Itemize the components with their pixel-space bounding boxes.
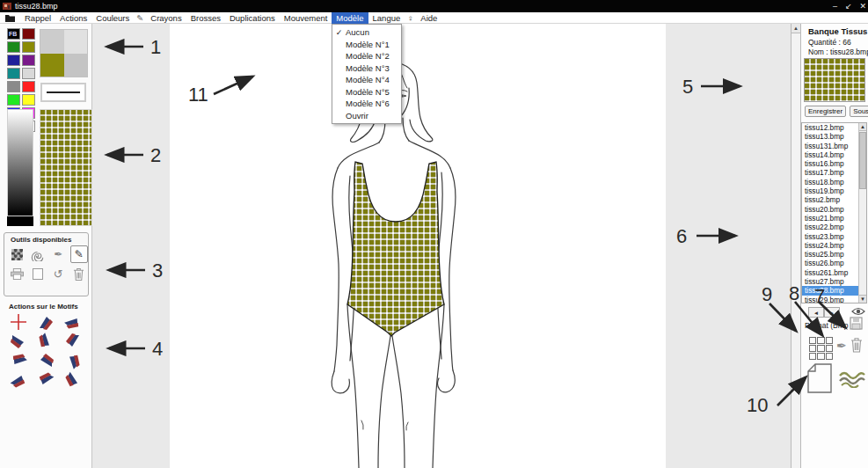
fabric-file-item[interactable]: tissu27.bmp <box>802 277 858 286</box>
motif-thumb[interactable] <box>4 370 32 390</box>
dropdown-menu-item[interactable]: Modèle N°1 <box>332 39 401 51</box>
undo-rotate-tool[interactable]: ↺ <box>49 265 68 282</box>
dropdown-menu-item[interactable]: Modèle N°3 <box>332 62 401 75</box>
motif-thumb[interactable] <box>59 312 86 332</box>
menu-item[interactable]: Actions <box>55 12 91 24</box>
fabric-file-item[interactable]: tissu22.bmp <box>802 223 858 231</box>
list-scroll-up[interactable]: ▲ <box>859 123 866 131</box>
menu-item[interactable]: Langue <box>368 12 405 24</box>
fabric-spinner: ◄ ► <box>808 307 840 318</box>
fabric-file-item[interactable]: tissu28.bmp <box>802 286 858 295</box>
motif-thumb[interactable] <box>59 332 86 351</box>
fabric-file-item[interactable]: tissu21.bmp <box>802 214 858 223</box>
color-swatch[interactable] <box>7 55 20 66</box>
dropdown-menu-item[interactable]: Modèle N°5 <box>332 86 401 99</box>
menu-item[interactable]: Mouvement <box>280 12 332 24</box>
motif-thumb[interactable] <box>59 370 86 390</box>
drawing-page[interactable] <box>170 24 666 468</box>
pen-tool[interactable]: ✒ <box>49 245 68 263</box>
save-disk-icon[interactable] <box>850 317 863 330</box>
next-fabric-button[interactable]: ► <box>824 307 840 318</box>
fabric-file-item[interactable]: tissu261.bmp <box>802 268 858 277</box>
previous-fabric-button[interactable]: ◄ <box>808 307 824 318</box>
color-swatch[interactable] <box>22 81 35 92</box>
list-scroll-down[interactable]: ▼ <box>859 295 866 303</box>
dropdown-menu-item[interactable]: Ouvrir <box>332 110 401 122</box>
dropdown-menu-item[interactable]: Modèle N°4 <box>332 74 401 86</box>
delete-tool[interactable] <box>70 265 89 282</box>
color-swatch[interactable] <box>7 68 20 79</box>
save-button[interactable]: Enregistrer <box>805 106 846 117</box>
motif-thumb[interactable] <box>32 312 59 332</box>
canvas-scrollbar[interactable]: ▲ <box>791 24 801 468</box>
fabric-file-item[interactable]: tissu16.bmp <box>802 159 858 168</box>
motif-thumb[interactable] <box>32 351 59 370</box>
menu-item[interactable]: Crayons <box>146 12 186 24</box>
fabric-file-item[interactable]: tissu20.bmp <box>802 205 858 214</box>
spiral-tool[interactable] <box>29 245 47 263</box>
color-swatch[interactable] <box>22 41 35 53</box>
pattern-grid-button[interactable] <box>809 337 833 360</box>
fabric-file-item[interactable]: tissu19.bmp <box>802 186 858 195</box>
fabric-file-item[interactable]: tissu25.bmp <box>802 250 858 259</box>
menu-item[interactable]: ♀ <box>405 12 416 24</box>
fabric-file-item[interactable]: tissu14.bmp <box>802 150 858 159</box>
dropdown-menu-item[interactable]: ✓ Aucun <box>332 26 401 39</box>
new-page-icon[interactable] <box>807 363 832 393</box>
fabric-file-item[interactable]: tissu26.bmp <box>802 259 858 267</box>
motif-thumb[interactable] <box>59 351 86 370</box>
pencil-icon: ✎ <box>75 248 84 260</box>
black-swatch[interactable] <box>7 216 33 226</box>
line-width-preview[interactable] <box>40 83 86 102</box>
menu-item[interactable]: ✎ <box>134 12 146 24</box>
fabric-file-item[interactable]: tissu131.bmp <box>802 142 858 150</box>
grayscale-gradient-bar[interactable] <box>7 109 33 216</box>
eye-icon[interactable] <box>851 306 865 317</box>
panel-pen-icon[interactable]: ✒ <box>836 339 847 353</box>
scroll-up-button[interactable]: ▲ <box>791 24 800 33</box>
color-swatch[interactable] <box>22 94 35 106</box>
fabric-file-item[interactable]: tissu23.bmp <box>802 232 858 241</box>
color-swatch[interactable] <box>22 68 35 79</box>
pattern-grid-tool[interactable] <box>8 245 26 263</box>
fabric-file-item[interactable]: tissu13.bmp <box>802 132 858 141</box>
menu-item[interactable]: Aide <box>416 12 441 24</box>
dropdown-menu-item[interactable]: Modèle N°2 <box>332 50 401 62</box>
fabric-waves-icon[interactable] <box>838 369 866 388</box>
motif-thumb[interactable] <box>32 332 59 351</box>
fabric-file-item[interactable]: tissu18.bmp <box>802 178 858 186</box>
color-swatch[interactable] <box>22 55 35 66</box>
menu-item[interactable]: Rappel <box>20 12 55 24</box>
motif-thumb[interactable] <box>4 351 32 370</box>
color-swatch[interactable] <box>7 94 20 106</box>
panel-trash-icon[interactable] <box>850 337 863 353</box>
print-tool[interactable] <box>8 265 26 282</box>
color-swatch[interactable]: FB <box>7 28 20 40</box>
menu-item[interactable]: Brosses <box>186 12 225 24</box>
close-button[interactable]: ✕ <box>859 2 866 11</box>
list-scroll-thumb[interactable] <box>859 132 866 189</box>
motif-add-cross[interactable] <box>4 312 32 332</box>
motif-thumb[interactable] <box>32 370 59 390</box>
pencil-tool[interactable]: ✎ <box>70 245 89 263</box>
title-bar[interactable]: tissu28.bmp – ↙ ✕ <box>0 0 868 12</box>
color-swatch[interactable] <box>22 28 35 40</box>
file-list-scrollbar[interactable]: ▲ ▼ <box>858 123 866 303</box>
color-swatch[interactable] <box>7 81 20 92</box>
folder-icon[interactable] <box>5 14 15 22</box>
fabric-file-item[interactable]: tissu29.bmp <box>802 296 858 303</box>
menu-item[interactable]: Duplications <box>225 12 280 24</box>
rectangle-tool[interactable] <box>29 265 47 282</box>
fabric-file-item[interactable]: tissu12.bmp <box>802 123 858 132</box>
fabric-file-item[interactable]: tissu2.bmp <box>802 195 858 204</box>
dropdown-menu-item[interactable]: Modèle N°6 <box>332 98 401 110</box>
fabric-file-item[interactable]: tissu17.bmp <box>802 168 858 177</box>
minimize-button[interactable]: – <box>833 2 837 11</box>
restore-button[interactable]: ↙ <box>845 2 852 11</box>
color-swatch[interactable] <box>7 41 20 53</box>
save-as-button[interactable]: Sous <box>850 106 868 117</box>
menu-item[interactable]: Modèle <box>332 12 368 24</box>
menu-item[interactable]: Couleurs <box>91 12 134 24</box>
fabric-file-item[interactable]: tissu24.bmp <box>802 241 858 250</box>
motif-thumb[interactable] <box>4 332 32 351</box>
